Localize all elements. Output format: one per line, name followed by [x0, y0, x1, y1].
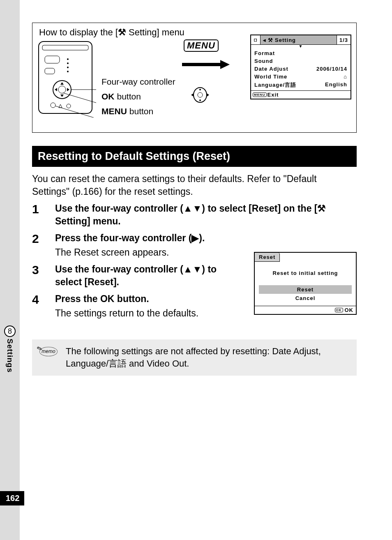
menu-key-icon: MENU: [253, 92, 267, 97]
svg-marker-25: [207, 93, 209, 97]
memo-text: The following settings are not affected …: [66, 345, 350, 369]
svg-marker-21: [220, 60, 230, 69]
setting-tab-label: Setting: [275, 37, 296, 43]
svg-line-18: [63, 93, 96, 103]
step-heading: Press the four-way controller (▶).: [55, 232, 357, 245]
left-margin-strip: [0, 0, 20, 540]
label-fourway: Four-way controller: [101, 74, 175, 89]
svg-point-7: [67, 71, 69, 72]
svg-marker-11: [60, 95, 64, 97]
section-label: Settings: [5, 339, 14, 373]
step-detail: The settings return to the defaults.: [55, 307, 228, 320]
setting-row: Sound: [254, 57, 347, 65]
wrench-icon: ⚒: [118, 27, 126, 38]
howto-box: How to display the [⚒ Setting] menu: [32, 23, 357, 133]
home-icon: ⌂: [344, 74, 347, 80]
setting-menu-body: Format Sound Date Adjust2006/10/14 World…: [251, 48, 350, 90]
svg-rect-0: [39, 42, 92, 113]
memo-box: ✎ memo The following settings are not af…: [32, 339, 357, 375]
ok-label: OK: [345, 307, 354, 313]
controller-labels: Four-way controller OK button MENU butto…: [101, 74, 175, 119]
svg-marker-10: [60, 82, 64, 85]
setting-exit-bar: MENU Exit: [251, 90, 350, 99]
setting-row: World Time⌂: [254, 73, 347, 81]
howto-title-suffix: Setting] menu: [126, 27, 184, 37]
setting-row: Format: [254, 49, 347, 57]
reset-option-selected: Reset: [259, 285, 352, 294]
camera-diagram: [37, 39, 96, 119]
step-number: 3: [32, 263, 55, 288]
menu-button-graphic: MENU: [184, 39, 219, 52]
svg-marker-12: [55, 88, 57, 91]
step-heading: Use the four-way controller (▲▼) to sele…: [55, 263, 228, 288]
setting-menu-screen: ◘ ◂ ⚒ Setting 1/3 ▼ Format Sound Date Ad…: [250, 35, 351, 99]
step-1: 1 Use the four-way controller (▲▼) to se…: [32, 202, 357, 228]
ok-key-icon: OK: [335, 308, 343, 312]
setting-row: Date Adjust2006/10/14: [254, 65, 347, 73]
svg-line-19: [55, 106, 96, 118]
step-number: 1: [32, 202, 55, 228]
section-title: Resetting to Default Settings (Reset): [32, 146, 357, 167]
svg-point-4: [67, 58, 69, 60]
step-number: 2: [32, 232, 55, 259]
exit-label: Exit: [267, 92, 279, 98]
svg-point-16: [67, 104, 71, 108]
svg-rect-2: [45, 56, 60, 63]
svg-marker-24: [191, 93, 194, 97]
svg-point-23: [198, 92, 203, 97]
setting-row: Language/言語English: [254, 81, 347, 90]
svg-point-26: [199, 89, 201, 90]
step-heading: Press the OK button.: [55, 293, 228, 305]
section-number: 8: [4, 325, 16, 337]
label-ok-button: OK button: [101, 89, 175, 104]
svg-point-9: [58, 86, 66, 93]
reset-title: Reset to initial setting: [259, 270, 352, 276]
arrow-right-icon: [181, 58, 231, 72]
camera-tab-icon: ◘: [251, 35, 261, 44]
svg-point-6: [67, 67, 69, 68]
svg-marker-13: [67, 88, 69, 91]
svg-point-14: [51, 103, 55, 108]
svg-point-27: [199, 99, 201, 101]
reset-option-cancel: Cancel: [259, 294, 352, 302]
memo-icon: ✎ memo: [39, 347, 58, 371]
howto-title-prefix: How to display the [: [39, 27, 118, 37]
wrench-icon: ⚒: [268, 37, 273, 43]
step-heading: Use the four-way controller (▲▼) to sele…: [55, 202, 357, 228]
setting-tab: ◂ ⚒ Setting: [261, 35, 337, 44]
intro-text: You can reset the camera settings to the…: [32, 173, 357, 198]
side-section-tab: 8 Settings: [4, 325, 16, 373]
svg-point-5: [67, 62, 69, 64]
reset-screen: Reset Reset to initial setting Reset Can…: [254, 252, 357, 315]
page-indicator: 1/3: [337, 35, 350, 44]
step-number: 4: [32, 293, 55, 320]
svg-rect-3: [45, 68, 55, 74]
reset-ok-bar: OK OK: [255, 306, 356, 314]
svg-rect-1: [42, 45, 88, 50]
page-number: 162: [0, 491, 24, 505]
fourway-controller-icon: [188, 85, 212, 107]
left-triangle-icon: ◂: [263, 37, 266, 43]
reset-tab-label: Reset: [255, 253, 280, 262]
label-menu-button: MENU button: [101, 104, 175, 119]
